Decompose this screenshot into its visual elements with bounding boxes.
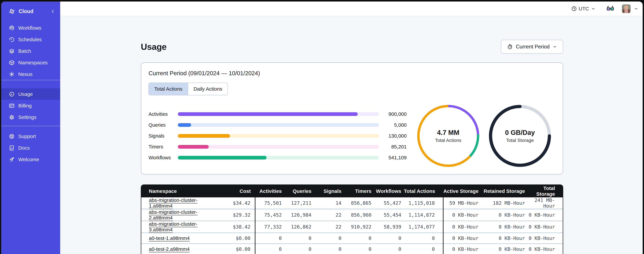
cell-total-storage: 0 KB-Hour [527, 209, 563, 221]
bar-fill [178, 123, 191, 127]
namespace-link[interactable]: a0-test-2.a98mm4 [149, 246, 190, 252]
tab-total-actions[interactable]: Total Actions [149, 83, 188, 95]
sidebar-item-nexus[interactable]: Nexus [1, 68, 60, 80]
cell-queries: 0 [284, 244, 314, 254]
bar-row-workflows: Workflows541,109 [148, 152, 407, 163]
account-chevron-down-icon[interactable] [634, 6, 638, 11]
column-header-namespace: Namespace [141, 185, 208, 197]
table-row: abs-migration-cluster-3.a98mm4$38.4277,3… [141, 221, 563, 233]
cell-retained-storage: 0 KB-Hour [483, 221, 527, 233]
docs-icon [9, 145, 14, 151]
panel-body: Activities900,000Queries5,000Signals130,… [148, 105, 556, 167]
cell-total-actions: 0 [403, 244, 443, 254]
sidebar-item-workflows[interactable]: Workflows [1, 22, 60, 34]
cell-total-actions: 0 [403, 233, 443, 244]
bar-track [178, 156, 379, 160]
main-column: UTC Usage Current Period Curren [60, 2, 643, 254]
cell-queries: 126,862 [284, 221, 314, 233]
sidebar-item-label: Namespaces [18, 60, 48, 66]
column-header-queries: Queries [284, 185, 314, 197]
billing-icon [9, 103, 14, 108]
namespace-usage-table: NamespaceCostActivitiesQueriesSignalsTim… [141, 184, 563, 254]
sidebar-item-label: Nexus [18, 71, 32, 77]
column-header-activities: Activities [255, 185, 284, 197]
sidebar-item-label: Docs [18, 145, 30, 151]
support-icon [9, 134, 14, 139]
sidebar-item-label: Schedules [18, 37, 42, 42]
tab-daily-actions[interactable]: Daily Actions [188, 83, 228, 95]
namespace-link[interactable]: a0-test-1.a98mm4 [149, 236, 190, 241]
content-area: Usage Current Period Current Period (09/… [60, 16, 643, 254]
bar-row-signals: Signals130,000 [148, 130, 407, 142]
column-header-total-storage: Total Storage [527, 185, 563, 197]
cell-total-actions: 1,115,018 [403, 197, 443, 209]
bar-value: 541,109 [379, 155, 407, 160]
sidebar-item-usage[interactable]: Usage [1, 88, 60, 100]
sidebar-item-namespaces[interactable]: Namespaces [1, 57, 60, 68]
sidebar-item-docs[interactable]: Docs [1, 142, 60, 154]
bar-track [178, 145, 379, 148]
bar-track [178, 112, 379, 116]
column-header-workflows: Workflows [374, 185, 403, 197]
cell-signals: 22 [314, 209, 344, 221]
cell-active-storage: 0 KB-Hour [443, 209, 483, 221]
bar-fill [178, 156, 266, 160]
bar-value: 85,201 [379, 144, 407, 150]
glasses-icon[interactable] [606, 5, 614, 12]
summary-donuts: 4.7 MMTotal Actions0 GB/DayTotal Storage [417, 105, 551, 167]
cell-queries: 127,211 [284, 197, 314, 209]
bar-row-activities: Activities900,000 [148, 109, 407, 120]
cell-active-storage: 0 KB-Hour [443, 244, 483, 254]
bar-fill [178, 112, 358, 116]
topbar: UTC [60, 2, 643, 16]
cell-timers: 856,960 [344, 209, 374, 221]
cell-retained-storage: 182 MB-Hour [483, 197, 527, 209]
bar-value: 130,000 [379, 133, 407, 139]
bar-value: 900,000 [379, 111, 407, 117]
sidebar-item-label: Batch [18, 48, 31, 54]
cell-timers: 0 [344, 233, 374, 244]
column-header-total-actions: Total Actions [403, 185, 443, 197]
bar-fill [178, 134, 230, 138]
cell-queries: 126,984 [284, 209, 314, 221]
collapse-sidebar-icon[interactable] [50, 9, 56, 14]
cell-cost: $0.00 [208, 244, 255, 254]
cell-retained-storage: 0 KB-Hour [483, 233, 527, 244]
period-selector-button[interactable]: Current Period [501, 40, 563, 54]
sidebar-brand[interactable]: Cloud [1, 6, 60, 16]
namespace-link[interactable]: abs-migration-cluster-1.a98mm4 [149, 197, 198, 208]
bar-row-queries: Queries5,000 [148, 120, 407, 130]
batch-icon [9, 48, 14, 54]
usage-summary-panel: Current Period (09/01/2024 — 10/01/2024)… [141, 62, 563, 174]
cell-timers: 910,922 [344, 221, 374, 233]
sidebar-item-support[interactable]: Support [1, 130, 60, 142]
donut-total-storage: 0 GB/DayTotal Storage [489, 105, 551, 167]
sidebar-item-label: Usage [18, 91, 33, 97]
cell-total-storage: 0 KB-Hour [527, 221, 563, 233]
brand-label: Cloud [18, 8, 34, 14]
user-avatar[interactable] [622, 4, 630, 13]
sidebar-item-batch[interactable]: Batch [1, 45, 60, 57]
timezone-chevron-down-icon[interactable] [591, 6, 596, 11]
sidebar-item-welcome[interactable]: Welcome [1, 154, 60, 165]
bar-label: Timers [148, 144, 178, 150]
sidebar-item-settings[interactable]: Settings [1, 112, 60, 123]
settings-icon [9, 114, 14, 120]
sidebar-item-schedules[interactable]: Schedules [1, 34, 60, 45]
namespace-cell: a0-test-1.a98mm4 [141, 233, 208, 244]
cell-signals: 0 [314, 244, 344, 254]
sidebar-item-billing[interactable]: Billing [1, 100, 60, 112]
donut-value: 4.7 MM [437, 129, 459, 136]
sidebar: Cloud WorkflowsSchedulesBatchNamespacesN… [1, 2, 60, 254]
namespace-link[interactable]: abs-migration-cluster-3.a98mm4 [149, 221, 198, 232]
bar-label: Queries [148, 122, 178, 128]
bar-value: 5,000 [379, 122, 407, 128]
cell-workflows: 0 [374, 244, 403, 254]
nexus-icon [9, 71, 14, 77]
table-row: a0-test-2.a98mm4$0.000000000 KB-Hour0 KB… [141, 244, 563, 254]
actions-bar-chart: Activities900,000Queries5,000Signals130,… [148, 109, 407, 163]
namespace-link[interactable]: abs-migration-cluster-2.a98mm4 [149, 209, 198, 220]
bar-label: Activities [148, 112, 178, 117]
cell-activities: 75,501 [255, 197, 284, 209]
usage-icon [9, 91, 14, 97]
